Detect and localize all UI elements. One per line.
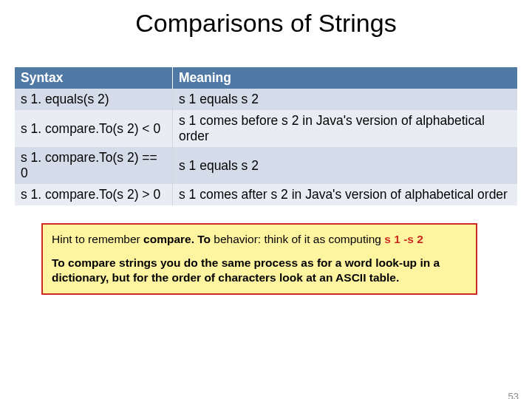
table-row: s 1. compare.To(s 2) < 0 s 1 comes befor… — [15, 110, 517, 147]
hint-formula: s 1 -s 2 — [384, 233, 423, 245]
cell-syntax: s 1. compare.To(s 2) < 0 — [15, 110, 172, 147]
table-row: s 1. compare.To(s 2) > 0 s 1 comes after… — [15, 184, 517, 205]
cell-syntax: s 1. equals(s 2) — [15, 89, 172, 110]
hint-text: Hint to remember — [52, 233, 143, 245]
cell-syntax: s 1. compare.To(s 2) > 0 — [15, 184, 172, 205]
cell-syntax: s 1. compare.To(s 2) == 0 — [15, 147, 172, 184]
table-row: s 1. equals(s 2) s 1 equals s 2 — [15, 89, 517, 110]
cell-meaning: s 1 comes before s 2 in Java's version o… — [172, 110, 517, 147]
cell-meaning: s 1 equals s 2 — [172, 89, 517, 110]
hint-text: behavior: think of it as computing — [211, 233, 384, 245]
table-row: s 1. compare.To(s 2) == 0 s 1 equals s 2 — [15, 147, 517, 184]
cell-meaning: s 1 equals s 2 — [172, 147, 517, 184]
hint-line-1: Hint to remember compare. To behavior: t… — [52, 232, 467, 247]
hint-compareTo: compare. To — [143, 233, 211, 245]
slide-title: Comparisons of Strings — [0, 9, 532, 38]
col-header-meaning: Meaning — [172, 67, 517, 89]
hint-box: Hint to remember compare. To behavior: t… — [41, 223, 477, 295]
cell-meaning: s 1 comes after s 2 in Java's version of… — [172, 184, 517, 205]
table-header-row: Syntax Meaning — [15, 67, 517, 89]
page-number: 53 — [508, 391, 519, 399]
comparison-table: Syntax Meaning s 1. equals(s 2) s 1 equa… — [15, 67, 517, 205]
col-header-syntax: Syntax — [15, 67, 172, 89]
hint-line-2: To compare strings you do the same proce… — [52, 256, 467, 285]
